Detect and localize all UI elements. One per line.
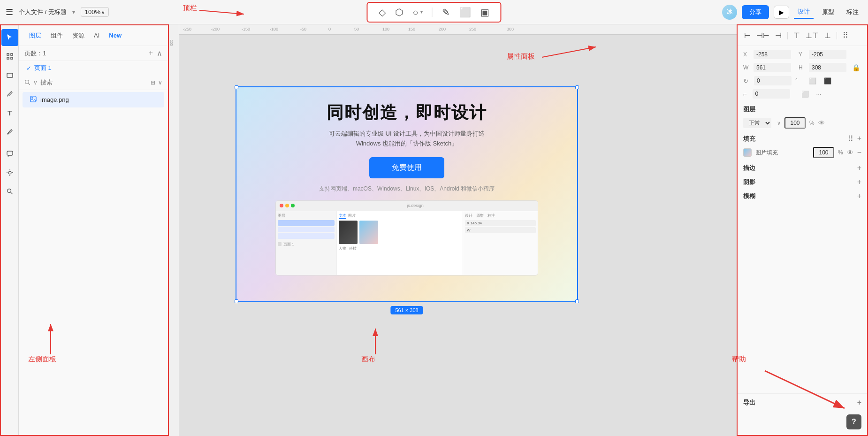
new-tab[interactable]: New — [104, 30, 126, 41]
preview-layer-item — [278, 220, 335, 226]
align-center-h-icon[interactable]: ⊣⊢ — [755, 30, 770, 41]
design-frame[interactable]: 同时创造，即时设计 可云端编辑的专业级 UI 设计工具，为中国设计师量身打造 W… — [236, 86, 578, 302]
y-input[interactable] — [809, 50, 846, 59]
align-top-icon[interactable]: ⊤ — [792, 30, 801, 41]
components-tab[interactable]: 组件 — [46, 30, 68, 42]
play-button[interactable]: ▶ — [774, 6, 789, 19]
collapse-icon[interactable]: ∧ — [157, 49, 162, 58]
text-tool-sidebar-icon[interactable]: T — [1, 104, 18, 121]
rotation-input[interactable] — [754, 76, 792, 85]
search-input[interactable] — [40, 79, 148, 86]
canvas-content[interactable]: 同时创造，即时设计 可云端编辑的专业级 UI 设计工具，为中国设计师量身打造 W… — [179, 35, 737, 436]
align-left-icon[interactable]: ⊢ — [743, 30, 752, 41]
comment-tool-sidebar-icon[interactable] — [1, 145, 18, 162]
ruler-tick: -258 — [183, 27, 191, 31]
assets-tab[interactable]: 资源 — [68, 30, 89, 42]
fill-grid-icon[interactable]: ⠿ — [848, 134, 853, 143]
hamburger-icon[interactable]: ☰ — [6, 7, 13, 17]
zoom-control[interactable]: 100%∨ — [81, 7, 109, 17]
distribute-icon[interactable]: ⠿ — [842, 30, 849, 41]
flip-v-icon[interactable]: ⬛ — [824, 77, 831, 84]
vector-tool-icon[interactable]: ◇ — [379, 8, 386, 17]
dot-red — [280, 204, 283, 207]
handle-tr[interactable] — [575, 85, 579, 89]
page-item[interactable]: ✓ 页面 1 — [19, 61, 168, 75]
align-right-icon[interactable]: ⊣ — [774, 30, 783, 41]
frame-tool-sidebar-icon[interactable] — [1, 48, 18, 65]
w-input[interactable] — [754, 63, 791, 72]
tab-design[interactable]: 设计 — [794, 6, 814, 19]
fill-opacity-input[interactable] — [813, 147, 834, 158]
top-bar-right: 冰 分享 ▶ 设计 原型 标注 — [722, 5, 862, 20]
handle-br[interactable] — [575, 299, 579, 303]
add-fill-icon[interactable]: + — [857, 134, 861, 143]
add-page-icon[interactable]: + — [149, 49, 153, 58]
search-tool-sidebar-icon[interactable] — [1, 183, 18, 200]
remove-fill-icon[interactable]: − — [857, 148, 861, 157]
radius-input[interactable] — [753, 89, 790, 99]
x-input[interactable] — [754, 50, 791, 59]
more-icon[interactable]: ··· — [816, 91, 822, 98]
ai-tab[interactable]: AI — [89, 30, 104, 41]
circle-dropdown-icon[interactable]: ▾ — [420, 9, 423, 15]
expand-icon[interactable]: ⬜ — [801, 91, 809, 98]
share-button[interactable]: 分享 — [742, 5, 769, 19]
search-dropdown-icon[interactable]: ∨ — [33, 79, 38, 86]
handle-bl[interactable] — [235, 299, 238, 303]
handle-tl[interactable] — [235, 85, 238, 89]
collapse-layers-icon[interactable]: ∨ — [158, 79, 162, 86]
check-icon: ✓ — [26, 65, 31, 72]
layers-tab[interactable]: 图层 — [24, 30, 46, 42]
pen-tool-sidebar-icon[interactable] — [1, 85, 18, 102]
frame-tool-icon[interactable]: ⬡ — [395, 8, 403, 17]
preview-sidebar: 图层 页面 1 — [276, 211, 337, 275]
add-blur-icon[interactable]: + — [857, 192, 861, 200]
ruler-tick: -100 — [270, 27, 278, 31]
cta-button[interactable]: 免费使用 — [369, 157, 444, 178]
preview-prop-tabs: 设计 原型 标注 — [465, 213, 536, 218]
dot-yellow — [285, 204, 289, 207]
preview-thumb1 — [339, 221, 358, 244]
layer-item[interactable]: image.png — [23, 92, 164, 107]
add-shadow-icon[interactable]: + — [857, 178, 861, 186]
add-stroke-icon[interactable]: + — [857, 164, 861, 172]
circle-tool-icon[interactable]: ○ — [412, 8, 418, 17]
avatar[interactable]: 冰 — [722, 5, 737, 20]
plugin-tool-sidebar-icon[interactable] — [1, 164, 18, 181]
breadcrumb-arrow[interactable]: ▾ — [72, 9, 75, 15]
blend-mode-select[interactable]: 正常 — [743, 118, 771, 128]
canvas-area[interactable]: -258 -200 -150 -100 -50 0 50 100 150 200… — [169, 24, 737, 436]
select-tool-icon[interactable] — [1, 29, 18, 46]
blend-dropdown-icon[interactable]: ∨ — [777, 120, 781, 126]
component-tool-icon[interactable]: ▣ — [480, 8, 489, 17]
visibility-icon[interactable]: 👁 — [818, 119, 825, 127]
flip-h-icon[interactable]: ⬜ — [809, 77, 816, 84]
search-bar: ∨ ⊞ ∨ — [19, 75, 168, 90]
tab-prototype[interactable]: 原型 — [818, 6, 838, 18]
filter-icon[interactable]: ⊞ — [151, 79, 155, 86]
align-center-v-icon[interactable]: ⊥⊤ — [805, 30, 820, 41]
fill-section-header: 填充 ⠿ + — [738, 130, 867, 145]
rotation-row: ↻ ° ⬜ ⬛ — [738, 74, 867, 87]
brush-tool-sidebar-icon[interactable] — [1, 123, 18, 140]
help-button[interactable]: ? — [846, 414, 861, 429]
ruler-tick: 50 — [354, 27, 359, 31]
fill-actions: ⠿ + — [848, 134, 861, 143]
align-bottom-icon[interactable]: ⊥ — [823, 30, 832, 41]
crop-tool-icon[interactable]: ⬜ — [459, 8, 471, 17]
add-export-icon[interactable]: + — [857, 398, 861, 407]
breadcrumb[interactable]: 个人文件 / 无标题 — [19, 8, 67, 16]
frame-inner: 同时创造，即时设计 可云端编辑的专业级 UI 设计工具，为中国设计师量身打造 W… — [236, 87, 577, 301]
opacity-input[interactable] — [784, 117, 806, 129]
fill-visibility-icon[interactable]: 👁 — [847, 149, 853, 156]
pen-tool-icon[interactable]: ✎ — [442, 8, 450, 17]
shape-tool-sidebar-icon[interactable] — [1, 67, 18, 84]
h-input[interactable] — [809, 63, 846, 72]
svg-point-8 — [25, 80, 29, 84]
ruler-tick: -50 — [300, 27, 306, 31]
preview-layer-item — [278, 233, 335, 239]
fill-color-box[interactable] — [743, 148, 752, 157]
preview-prop-proto: 原型 — [476, 213, 484, 218]
tab-annotation[interactable]: 标注 — [843, 6, 862, 18]
lock-icon[interactable]: 🔒 — [852, 64, 860, 71]
